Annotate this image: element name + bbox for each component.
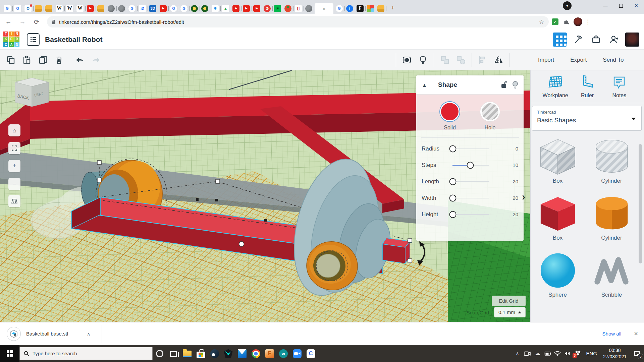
slider-track[interactable] [452, 198, 489, 198]
browser-avatar[interactable] [573, 17, 583, 27]
taskbar-search-input[interactable]: Type here to search [19, 347, 153, 360]
fusion360-icon[interactable] [263, 345, 276, 362]
flip-icon[interactable] [491, 53, 507, 67]
screenshot-tab[interactable]: [] [293, 3, 304, 14]
send-to-button[interactable]: Send To [595, 53, 632, 67]
bookmark-star-icon[interactable]: ☆ [539, 18, 544, 25]
slider-track[interactable] [452, 165, 489, 166]
fit-view-button[interactable] [8, 142, 20, 154]
hole-swatch[interactable] [480, 102, 500, 121]
slider-handle[interactable] [449, 211, 457, 218]
paste-icon[interactable] [19, 53, 35, 67]
globe-tab[interactable] [304, 3, 314, 14]
align-icon[interactable] [475, 53, 491, 67]
shape-scribble[interactable]: Scribble [588, 251, 635, 298]
sidebar-collapse-chevron[interactable]: › [522, 191, 525, 202]
google-tab[interactable]: G [127, 3, 137, 14]
sync-app-icon[interactable]: 3 [573, 345, 583, 362]
copy-icon[interactable] [3, 53, 19, 67]
robot-tab[interactable] [33, 3, 44, 14]
snap-grid-select[interactable]: 0.1 mm [494, 307, 526, 317]
shape-sphere[interactable]: Sphere [534, 251, 581, 298]
task-view-icon[interactable] [166, 345, 180, 362]
design-title[interactable]: Basketball Robot [45, 36, 103, 44]
close-button[interactable]: × [629, 0, 644, 11]
predator-icon[interactable] [221, 345, 235, 362]
google-tab[interactable]: G [168, 3, 179, 14]
ft-tab[interactable]: F [355, 3, 365, 14]
redo-icon[interactable] [88, 53, 104, 67]
active-tab-tinkercad[interactable]: × [315, 3, 333, 14]
youtube-tab[interactable]: ▶ [252, 3, 262, 14]
notes-tool[interactable]: Notes [603, 74, 635, 99]
bag-icon[interactable] [589, 33, 603, 47]
group-icon[interactable] [437, 53, 453, 67]
minimize-button[interactable]: — [598, 0, 613, 11]
zoom-in-button[interactable]: + [8, 160, 20, 172]
outlook-tab[interactable]: O [23, 3, 33, 14]
blocks-grid-button[interactable] [553, 33, 567, 47]
back-icon[interactable]: ← [3, 16, 14, 27]
mail-icon[interactable] [235, 345, 249, 362]
shape-cylinder[interactable]: Cylinder [588, 194, 635, 241]
show-all-icon[interactable] [415, 53, 431, 67]
shape-box-hole[interactable]: Box [534, 137, 581, 184]
blocked-tab[interactable]: ⊘ [262, 3, 272, 14]
shape-category-dropdown[interactable]: Tinkercad Basic Shapes [532, 106, 642, 131]
drive-tab[interactable]: ▲ [220, 3, 231, 14]
hidden-icons-chevron[interactable]: ∧ [512, 345, 522, 362]
google-tab[interactable]: G [334, 3, 344, 14]
tinkercad-tab[interactable] [365, 3, 376, 14]
meet-now-icon[interactable] [522, 345, 532, 362]
clipchamp-icon[interactable] [304, 345, 318, 362]
solid-swatch[interactable] [440, 102, 460, 121]
google-translate-tab[interactable]: G [2, 3, 12, 14]
viewport-3d[interactable]: BACK LEFT ⌂ + − ▲ Shape [0, 70, 530, 322]
workplane-tool[interactable]: Workplane [539, 74, 571, 99]
bulb-icon[interactable] [509, 79, 521, 90]
arduino-icon[interactable] [276, 345, 290, 362]
youtube-tab[interactable]: ▶ [231, 3, 241, 14]
download-caret-icon[interactable]: ∧ [87, 331, 90, 337]
pickaxe-icon[interactable] [571, 33, 585, 47]
youtube-tab[interactable]: ▶ [85, 3, 96, 14]
shape-box[interactable]: Box [534, 194, 581, 241]
cortana-icon[interactable] [153, 345, 166, 362]
perspective-button[interactable] [8, 195, 20, 207]
audio-tab[interactable]: iD [137, 3, 148, 14]
forward-icon[interactable]: → [17, 16, 28, 27]
pomodoro-tab[interactable] [283, 3, 293, 14]
duplicate-icon[interactable] [35, 53, 51, 67]
zoom-out-button[interactable]: − [8, 178, 20, 190]
robot-tab[interactable] [96, 3, 106, 14]
slider-handle[interactable] [467, 162, 474, 169]
robot-tab[interactable] [376, 3, 386, 14]
wifi-icon[interactable] [552, 345, 562, 362]
globe-tab[interactable] [116, 3, 127, 14]
google-translate-tab[interactable]: G [12, 3, 23, 14]
tinkercad-logo[interactable]: TINKERCAD [3, 32, 19, 48]
adblock-extension-icon[interactable]: ✓ [550, 17, 560, 27]
emblem-tab[interactable] [200, 3, 210, 14]
download-bar-close-icon[interactable]: × [634, 330, 638, 338]
threed-tab[interactable]: 3D [148, 3, 158, 14]
ungroup-icon[interactable] [453, 53, 469, 67]
globe-tab[interactable] [106, 3, 116, 14]
slider-handle[interactable] [449, 145, 457, 152]
slider-track[interactable] [452, 148, 489, 149]
zoom-icon[interactable] [290, 345, 304, 362]
delete-icon[interactable] [51, 53, 67, 67]
slider-handle[interactable] [449, 194, 457, 201]
download-filename[interactable]: Basketball base.stl [26, 331, 68, 337]
solid-option[interactable]: Solid [440, 102, 460, 131]
youtube-tab[interactable]: ▶ [241, 3, 252, 14]
extensions-puzzle-icon[interactable] [561, 17, 572, 27]
account-avatar[interactable] [625, 33, 639, 47]
google-tab[interactable]: G [179, 3, 189, 14]
chrome-icon[interactable] [249, 345, 263, 362]
onedrive-icon[interactable]: ☁ [532, 345, 542, 362]
panel-collapse-icon[interactable]: ▲ [416, 75, 433, 95]
browser-menu-icon[interactable]: ⋮ [585, 18, 591, 25]
youtube-tab[interactable]: ▶ [158, 3, 168, 14]
emblem-tab[interactable] [189, 3, 200, 14]
